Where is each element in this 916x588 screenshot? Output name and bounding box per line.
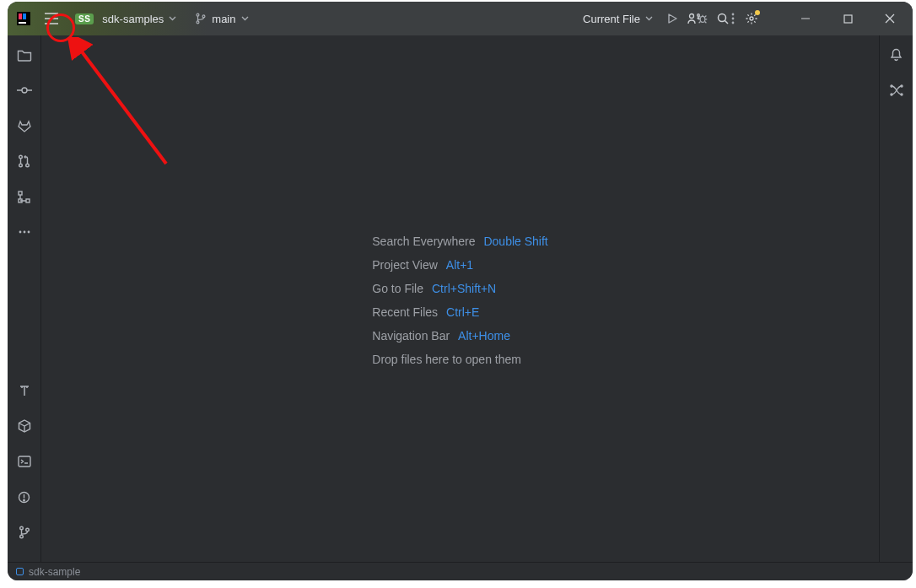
editor-area[interactable]: Search EverywhereDouble Shift Project Vi…	[41, 35, 879, 562]
build-icon	[18, 419, 31, 433]
ide-body: Search EverywhereDouble Shift Project Vi…	[8, 35, 913, 562]
empty-state: Search EverywhereDouble Shift Project Vi…	[372, 235, 547, 376]
status-module-name[interactable]: sdk-sample	[29, 566, 80, 578]
ai-assistant-icon	[889, 84, 904, 96]
bell-icon	[890, 48, 903, 62]
project-tool-button[interactable]	[13, 44, 35, 66]
project-dropdown[interactable]: sdk-samples	[99, 13, 180, 25]
debug-button[interactable]	[692, 8, 714, 30]
drop-hint: Drop files here to open them	[372, 353, 547, 366]
hint-label: Go to File	[372, 282, 423, 295]
svg-point-7	[197, 13, 199, 16]
status-bar: sdk-sample	[8, 562, 913, 580]
svg-point-42	[891, 85, 892, 87]
bug-icon	[697, 13, 709, 24]
pull-request-icon	[18, 154, 30, 168]
empty-state-row: Navigation BarAlt+Home	[372, 329, 547, 343]
terminal-tool-button[interactable]	[13, 450, 35, 472]
svg-rect-1	[19, 13, 22, 19]
svg-point-44	[901, 85, 903, 87]
hint-shortcut[interactable]: Ctrl+Shift+N	[432, 282, 496, 295]
pull-requests-tool-button[interactable]	[13, 150, 35, 172]
chevron-down-icon	[645, 16, 653, 21]
chevron-down-icon	[241, 16, 249, 21]
svg-point-24	[22, 88, 27, 93]
svg-point-10	[700, 16, 705, 22]
hint-shortcut[interactable]: Alt+Home	[458, 329, 510, 343]
svg-point-33	[23, 231, 25, 234]
run-button[interactable]	[661, 8, 683, 30]
app-logo-icon	[16, 11, 31, 26]
text-tool-button[interactable]	[13, 380, 35, 402]
commit-icon	[17, 86, 32, 94]
svg-rect-29	[19, 192, 22, 195]
problems-tool-button[interactable]	[13, 486, 35, 508]
build-tool-button[interactable]	[13, 415, 35, 437]
hint-shortcut[interactable]: Ctrl+E	[446, 305, 479, 319]
right-tool-stripe	[879, 35, 913, 562]
git-tool-button[interactable]	[13, 521, 35, 543]
svg-point-11	[732, 13, 735, 16]
run-config-label: Current File	[583, 13, 640, 25]
gitlab-icon	[18, 120, 31, 132]
commit-tool-button[interactable]	[13, 79, 35, 101]
structure-icon	[18, 191, 30, 203]
svg-point-34	[27, 231, 30, 234]
close-button[interactable]	[872, 2, 908, 35]
play-icon	[666, 13, 678, 24]
svg-point-41	[25, 528, 29, 531]
structure-tool-button[interactable]	[13, 186, 35, 208]
hint-shortcut[interactable]: Alt+1	[446, 258, 473, 272]
svg-point-18	[750, 17, 753, 20]
svg-point-43	[891, 94, 892, 95]
minimize-button[interactable]	[788, 2, 823, 35]
svg-rect-3	[19, 22, 26, 24]
svg-point-39	[19, 526, 23, 530]
svg-rect-2	[23, 13, 26, 19]
hint-shortcut[interactable]: Double Shift	[483, 235, 547, 248]
maximize-icon	[843, 14, 853, 24]
svg-rect-35	[19, 456, 30, 467]
maximize-button[interactable]	[830, 2, 865, 35]
minimize-icon	[800, 13, 811, 24]
chevron-down-icon	[169, 16, 176, 21]
warning-icon	[18, 491, 30, 504]
svg-point-13	[732, 22, 735, 24]
settings-button[interactable]	[741, 8, 762, 30]
svg-point-38	[24, 499, 25, 501]
svg-point-8	[197, 21, 199, 24]
branch-icon	[19, 526, 30, 539]
branch-name: main	[212, 13, 235, 25]
notifications-tool-button[interactable]	[886, 44, 908, 66]
hint-label: Search Everywhere	[372, 235, 475, 248]
svg-point-45	[901, 94, 903, 95]
empty-state-row: Recent FilesCtrl+E	[372, 305, 547, 319]
hint-label: Navigation Bar	[372, 329, 450, 343]
svg-point-12	[732, 18, 735, 20]
run-config-dropdown[interactable]: Current File	[583, 13, 653, 25]
title-bar-left: SS sdk-samples main	[8, 2, 252, 35]
ai-assistant-tool-button[interactable]	[886, 79, 908, 101]
svg-point-28	[26, 164, 30, 167]
gitlab-tool-button[interactable]	[13, 115, 35, 137]
close-icon	[885, 13, 895, 24]
svg-point-26	[19, 155, 23, 159]
svg-rect-20	[844, 15, 852, 23]
branch-dropdown[interactable]: main	[191, 13, 251, 25]
svg-point-40	[19, 535, 23, 538]
hint-label: Recent Files	[372, 305, 438, 319]
svg-point-27	[19, 164, 23, 167]
empty-state-row: Go to FileCtrl+Shift+N	[372, 282, 547, 295]
svg-point-32	[19, 231, 21, 234]
title-bar: SS sdk-samples main Current File	[8, 2, 913, 35]
module-indicator-icon[interactable]	[16, 568, 24, 575]
svg-rect-31	[26, 199, 30, 202]
more-vertical-icon	[731, 13, 735, 24]
run-widget: Current File	[583, 2, 744, 35]
more-horizontal-icon	[19, 230, 30, 234]
project-name: sdk-samples	[102, 13, 164, 25]
empty-state-row: Search EverywhereDouble Shift	[372, 235, 547, 248]
main-menu-button[interactable]	[40, 7, 63, 30]
branch-icon	[195, 13, 207, 24]
more-tool-button[interactable]	[13, 221, 35, 243]
